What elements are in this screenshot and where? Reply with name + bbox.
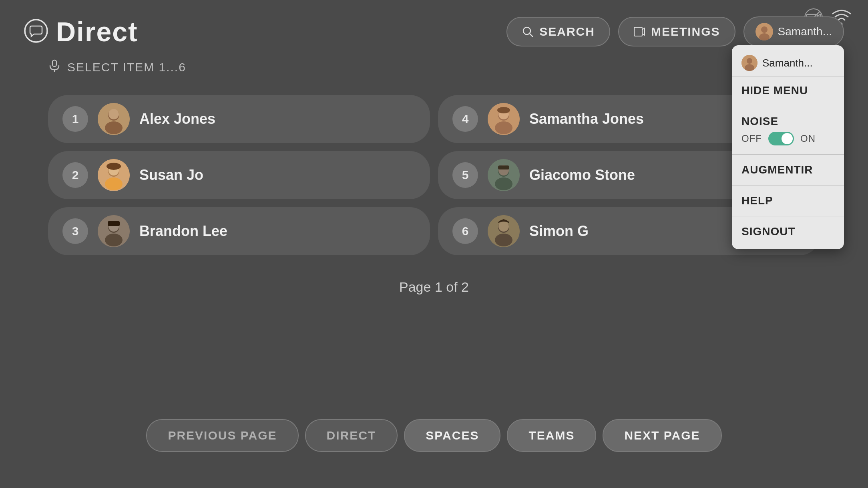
svg-point-23: [497, 107, 510, 113]
svg-rect-33: [498, 165, 509, 169]
direct-button[interactable]: DIRECT: [305, 419, 398, 452]
header: Direct SEARCH MEETINGS: [24, 16, 844, 55]
divider-1: [732, 106, 844, 106]
search-label: SEARCH: [539, 25, 595, 38]
svg-point-26: [105, 177, 123, 190]
svg-point-11: [747, 58, 752, 64]
meetings-button[interactable]: MEETINGS: [618, 17, 735, 46]
svg-point-41: [495, 234, 512, 246]
divider-3: [732, 185, 844, 186]
prev-page-button[interactable]: PREVIOUS PAGE: [146, 419, 298, 452]
user-name: Samanth...: [778, 25, 832, 38]
contact-avatar-5: [488, 159, 520, 191]
svg-point-28: [106, 163, 121, 170]
contact-number-1: 1: [62, 106, 88, 132]
contact-avatar-3: [98, 215, 130, 247]
main-container: Direct SEARCH MEETINGS: [0, 0, 868, 303]
noise-toggle[interactable]: [768, 132, 794, 145]
contact-name-1: Alex Jones: [139, 111, 215, 127]
toggle-thumb: [782, 133, 793, 144]
contact-item-2[interactable]: 2 Susan Jo: [48, 151, 430, 199]
divider-2: [732, 154, 844, 155]
user-avatar: [755, 23, 773, 40]
meetings-label: MEETINGS: [651, 25, 720, 38]
chat-icon: [24, 19, 48, 44]
contact-name-6: Simon G: [529, 223, 589, 240]
dropdown-menu: Samanth... HIDE MENU NOISE OFF: [732, 45, 844, 249]
contact-avatar-1: [98, 103, 130, 135]
noise-off-label: OFF: [741, 133, 762, 144]
mic-icon: [48, 59, 61, 75]
svg-line-5: [530, 34, 533, 37]
svg-point-31: [495, 177, 512, 190]
search-button[interactable]: SEARCH: [506, 17, 610, 46]
svg-point-4: [523, 27, 530, 34]
contact-name-5: Giacomo Stone: [529, 167, 635, 184]
svg-point-17: [105, 121, 123, 134]
contact-name-3: Brandon Lee: [139, 223, 227, 240]
svg-point-18: [108, 109, 119, 119]
svg-point-21: [495, 121, 512, 134]
user-menu-container: Samanth... Samanth...: [743, 16, 844, 47]
contact-item-3[interactable]: 3 Brandon Lee: [48, 207, 430, 255]
contact-item-1[interactable]: 1 Alex Jones: [48, 95, 430, 143]
dropdown-user-header: Samanth...: [732, 49, 844, 77]
noise-toggle-row: OFF ON: [732, 128, 844, 153]
page-title: Direct: [56, 16, 138, 47]
svg-rect-13: [52, 60, 56, 67]
divider-4: [732, 216, 844, 216]
contact-avatar-6: [488, 215, 520, 247]
contact-avatar-2: [98, 159, 130, 191]
contact-name-4: Samantha Jones: [529, 111, 644, 127]
subheader: SELECT ITEM 1...6: [24, 55, 844, 87]
svg-point-8: [761, 26, 768, 33]
augmentir-item[interactable]: AUGMENTIR: [732, 156, 844, 184]
contact-avatar-4: [488, 103, 520, 135]
svg-point-3: [25, 20, 47, 42]
dropdown-username: Samanth...: [762, 57, 813, 69]
bottom-nav: PREVIOUS PAGE DIRECT SPACES TEAMS NEXT P…: [0, 407, 868, 464]
dropdown-user-avatar: [741, 55, 757, 71]
svg-point-42: [498, 221, 509, 232]
noise-title: NOISE: [732, 108, 844, 128]
svg-point-36: [105, 234, 123, 246]
page-info: Page 1 of 2: [399, 279, 469, 294]
spaces-button[interactable]: SPACES: [404, 419, 500, 452]
header-title: Direct: [24, 16, 138, 47]
select-item-label: SELECT ITEM 1...6: [67, 60, 186, 74]
hide-menu-item[interactable]: HIDE MENU: [732, 77, 844, 104]
contact-number-5: 5: [452, 162, 478, 188]
contact-number-2: 2: [62, 162, 88, 188]
user-menu-button[interactable]: Samanth...: [743, 16, 844, 47]
header-actions: SEARCH MEETINGS: [506, 16, 844, 47]
contact-name-2: Susan Jo: [139, 167, 203, 184]
toggle-track[interactable]: [768, 132, 794, 145]
help-item[interactable]: HELP: [732, 187, 844, 214]
contact-number-3: 3: [62, 218, 88, 244]
noise-on-label: ON: [800, 133, 816, 144]
next-page-button[interactable]: NEXT PAGE: [603, 419, 721, 452]
signout-item[interactable]: SIGNOUT: [732, 218, 844, 245]
pagination: Page 1 of 2: [24, 263, 844, 303]
svg-rect-6: [634, 27, 642, 36]
contacts-grid: 1 Alex Jones 4: [24, 87, 844, 263]
contact-number-6: 6: [452, 218, 478, 244]
svg-rect-38: [108, 221, 120, 226]
contact-number-4: 4: [452, 106, 478, 132]
teams-button[interactable]: TEAMS: [507, 419, 596, 452]
noise-section: NOISE OFF ON: [732, 108, 844, 153]
